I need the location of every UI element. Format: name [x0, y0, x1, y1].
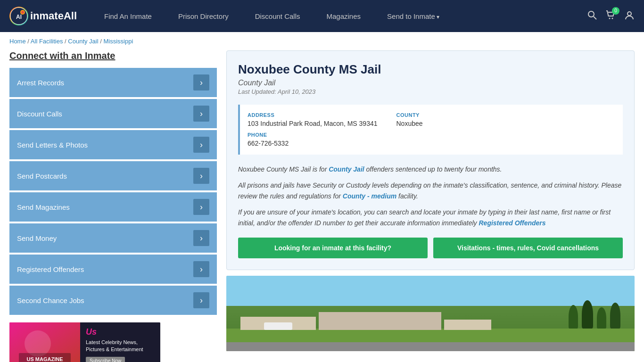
logo[interactable]: AI inmateAll — [9, 7, 77, 25]
sidebar-item-label: Arrest Records — [17, 79, 64, 87]
ad-text-area: Us Latest Celebrity News, Pictures & Ent… — [80, 322, 160, 362]
action-buttons: Looking for an inmate at this facility? … — [238, 238, 623, 258]
facility-info-grid: ADDRESS 103 Industrial Park Road, Macon,… — [238, 105, 623, 155]
facility-name: Noxubee County MS Jail — [238, 62, 623, 77]
chevron-right-icon: › — [193, 137, 209, 153]
photo-tree — [582, 300, 593, 329]
breadcrumb-home[interactable]: Home — [9, 38, 26, 45]
phone-label: PHONE — [248, 132, 378, 138]
photo-vehicle — [264, 322, 292, 330]
ad-image: US MAGAZINE — [9, 322, 80, 362]
county-medium-link[interactable]: County - medium — [343, 192, 396, 200]
facility-type: County Jail — [238, 79, 623, 87]
desc1-suffix: offenders sentenced up to twenty four mo… — [364, 165, 502, 173]
chevron-right-icon: › — [193, 230, 209, 246]
sidebar-item-label: Send Money — [17, 234, 57, 242]
ad-subscribe-button[interactable]: Subscribe Now — [86, 357, 125, 362]
chevron-right-icon: › — [193, 168, 209, 184]
facility-updated: Last Updated: April 10, 2023 — [238, 88, 623, 95]
address-block: ADDRESS 103 Industrial Park Road, Macon,… — [248, 112, 378, 147]
search-icon[interactable] — [587, 10, 597, 22]
ad-brand: Us — [86, 327, 155, 337]
looking-for-inmate-button[interactable]: Looking for an inmate at this facility? — [238, 238, 428, 258]
svg-point-3 — [21, 11, 24, 14]
address-value: 103 Industrial Park Road, Macon, MS 3934… — [248, 120, 378, 127]
sidebar: Connect with an Inmate Arrest Records › … — [9, 50, 217, 362]
sidebar-item-label: Discount Calls — [17, 110, 62, 118]
logo-text: inmateAll — [30, 10, 77, 22]
main-nav: Find An Inmate Prison Directory Discount… — [91, 1, 587, 32]
description-paragraph-1: Noxubee County MS Jail is for County Jai… — [238, 164, 623, 174]
facility-photo — [226, 276, 635, 351]
sidebar-item-send-letters[interactable]: Send Letters & Photos › — [9, 130, 217, 159]
breadcrumb: Home / All Facilities / County Jail / Mi… — [0, 32, 644, 50]
svg-point-4 — [588, 11, 594, 17]
county-value: Noxubee — [396, 120, 423, 127]
photo-building-main — [319, 312, 441, 330]
svg-point-10 — [25, 330, 51, 357]
description-paragraph-2: All prisons and jails have Security or C… — [238, 180, 623, 201]
sidebar-item-discount-calls[interactable]: Discount Calls › — [9, 99, 217, 128]
sidebar-item-send-money[interactable]: Send Money › — [9, 223, 217, 253]
county-block: COUNTY Noxubee — [396, 112, 423, 147]
photo-tree — [597, 307, 606, 329]
sidebar-item-label: Registered Offenders — [17, 265, 84, 273]
sidebar-item-second-chance-jobs[interactable]: Second Chance Jobs › — [9, 286, 217, 315]
svg-point-6 — [609, 17, 611, 19]
desc2-suffix: facility. — [396, 192, 418, 200]
ad-image-placeholder: US MAGAZINE — [9, 322, 80, 362]
nav-magazines[interactable]: Magazines — [314, 1, 374, 32]
nav-discount-calls[interactable]: Discount Calls — [242, 1, 314, 32]
cart-icon[interactable]: 0 — [605, 10, 616, 23]
photo-tree — [569, 305, 578, 329]
desc3-prefix: If you are unsure of your inmate's locat… — [238, 208, 611, 226]
photo-tree — [610, 303, 620, 329]
svg-text:US MAGAZINE: US MAGAZINE — [27, 356, 63, 362]
sidebar-item-label: Send Postcards — [17, 172, 67, 180]
svg-line-5 — [594, 16, 596, 19]
breadcrumb-mississippi[interactable]: Mississippi — [103, 38, 133, 45]
registered-offenders-link[interactable]: Registered Offenders — [479, 219, 545, 227]
nav-prison-directory[interactable]: Prison Directory — [165, 1, 242, 32]
sidebar-menu: Arrest Records › Discount Calls › Send L… — [9, 68, 217, 315]
sidebar-title: Connect with an Inmate — [9, 50, 217, 61]
desc2-prefix: All prisons and jails have Security or C… — [238, 181, 621, 199]
sidebar-item-label: Send Magazines — [17, 203, 70, 211]
chevron-right-icon: › — [193, 106, 209, 122]
user-icon[interactable] — [624, 10, 635, 23]
chevron-right-icon: › — [193, 261, 209, 277]
main-container: Connect with an Inmate Arrest Records › … — [0, 50, 644, 362]
visitation-button[interactable]: Visitations - times, rules, Covid cancel… — [433, 238, 623, 258]
photo-building-small — [444, 320, 491, 330]
cart-badge: 0 — [612, 7, 619, 15]
ad-banner[interactable]: US MAGAZINE Us Latest Celebrity News, Pi… — [9, 322, 160, 362]
phone-value: 662-726-5332 — [248, 140, 378, 147]
breadcrumb-all-facilities[interactable]: All Facilities — [31, 38, 63, 45]
chevron-right-icon: › — [193, 199, 209, 215]
desc1-prefix: Noxubee County MS Jail is for — [238, 165, 329, 173]
facility-content: Noxubee County MS Jail County Jail Last … — [226, 50, 635, 362]
header-icons: 0 — [587, 10, 635, 23]
nav-send-to-inmate[interactable]: Send to Inmate — [374, 1, 453, 32]
ad-description: Latest Celebrity News, Pictures & Entert… — [86, 339, 155, 354]
logo-icon: AI — [9, 7, 28, 25]
sidebar-item-send-magazines[interactable]: Send Magazines › — [9, 192, 217, 222]
chevron-right-icon: › — [193, 74, 209, 90]
sidebar-item-send-postcards[interactable]: Send Postcards › — [9, 161, 217, 190]
site-header: AI inmateAll Find An Inmate Prison Direc… — [0, 0, 644, 32]
sidebar-item-registered-offenders[interactable]: Registered Offenders › — [9, 255, 217, 284]
svg-point-7 — [612, 17, 613, 19]
sidebar-item-label: Send Letters & Photos — [17, 141, 88, 149]
svg-point-8 — [627, 12, 631, 16]
sidebar-item-arrest-records[interactable]: Arrest Records › — [9, 68, 217, 97]
photo-trees-right — [569, 300, 620, 329]
county-jail-link[interactable]: County Jail — [329, 165, 364, 173]
svg-text:AI: AI — [16, 14, 22, 20]
sidebar-item-label: Second Chance Jobs — [17, 296, 84, 304]
nav-find-inmate[interactable]: Find An Inmate — [91, 1, 165, 32]
breadcrumb-county-jail[interactable]: County Jail — [68, 38, 98, 45]
address-label: ADDRESS — [248, 112, 378, 118]
photo-road — [226, 342, 635, 351]
chevron-right-icon: › — [193, 292, 209, 308]
facility-card: Noxubee County MS Jail County Jail Last … — [226, 50, 635, 270]
